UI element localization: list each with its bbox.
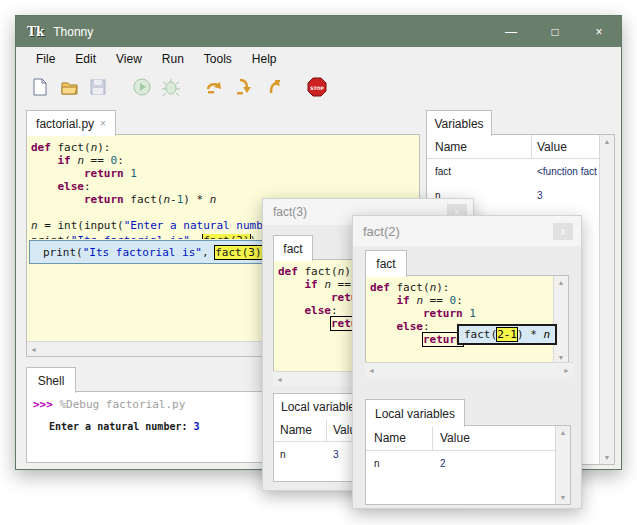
editor-tab[interactable]: factorial.py ×: [26, 110, 116, 136]
variables-tab-label: Variables: [434, 117, 483, 131]
menu-bar: File Edit View Run Tools Help: [16, 47, 621, 70]
run-script-icon[interactable]: [131, 76, 153, 98]
fact3-tab[interactable]: fact: [273, 235, 313, 261]
title-bar[interactable]: Tk Thonny — □ ×: [16, 16, 621, 47]
column-value[interactable]: Value: [531, 135, 609, 158]
tab-variables[interactable]: Variables: [426, 110, 492, 136]
menu-edit[interactable]: Edit: [65, 49, 106, 69]
var-value: 3: [531, 190, 605, 201]
fact2-locals-table: Name Value n 2 ▲ ▼: [365, 425, 571, 505]
menu-file[interactable]: File: [26, 49, 65, 69]
menu-view[interactable]: View: [106, 49, 152, 69]
scroll-up-icon[interactable]: ▲: [560, 429, 567, 436]
scroll-left-icon[interactable]: ◄: [30, 346, 37, 353]
scroll-up-icon[interactable]: ▲: [558, 279, 565, 286]
table-row[interactable]: n 2: [366, 451, 570, 475]
minimize-button[interactable]: —: [489, 16, 533, 47]
var-value: 2: [432, 458, 510, 469]
save-file-icon[interactable]: [87, 76, 109, 98]
menu-tools[interactable]: Tools: [194, 49, 242, 69]
shell-tab-label: Shell: [38, 374, 65, 388]
variables-header: Name Value: [427, 135, 614, 159]
var-name: fact: [427, 166, 531, 177]
scroll-left-icon[interactable]: ◄: [368, 367, 375, 374]
fact2-title: fact(2): [363, 224, 400, 239]
scroll-down-icon[interactable]: ▼: [558, 354, 565, 361]
open-file-icon[interactable]: [58, 76, 80, 98]
stop-icon[interactable]: STOP: [306, 76, 328, 98]
scroll-left-icon[interactable]: ◄: [276, 376, 283, 383]
shell-output: Enter a natural number:: [49, 421, 194, 432]
column-name[interactable]: Name: [366, 431, 432, 445]
shell-output-line: Enter a natural number: 3: [49, 421, 200, 432]
fact2-close-button[interactable]: x: [553, 223, 573, 240]
fact2-tab[interactable]: fact: [365, 250, 407, 277]
thonny-logo-icon: Tk: [27, 25, 44, 39]
new-file-icon[interactable]: [29, 76, 51, 98]
fact2-title-bar[interactable]: fact(2): [353, 216, 581, 246]
step-over-icon[interactable]: [204, 76, 226, 98]
locals-label: Local variables: [375, 407, 455, 421]
var-value: <function fact a: [531, 166, 605, 177]
column-name[interactable]: Name: [427, 140, 531, 154]
step-out-icon[interactable]: [262, 76, 284, 98]
shell-input-echo: 3: [194, 421, 200, 432]
table-row[interactable]: fact <function fact a: [427, 159, 614, 183]
window-title: Thonny: [53, 25, 93, 39]
var-name: n: [366, 458, 432, 469]
fact2-hscrollbar[interactable]: ◄ ►: [365, 362, 573, 377]
locals-label: Local variables: [281, 400, 361, 414]
close-button[interactable]: ×: [577, 16, 621, 47]
shell-command-line: >>> %Debug factorial.py: [33, 398, 185, 411]
maximize-button[interactable]: □: [533, 16, 577, 47]
scroll-down-icon[interactable]: ▼: [560, 494, 567, 501]
fact2-vscrollbar[interactable]: ▲ ▼: [553, 276, 568, 364]
scroll-right-icon[interactable]: ►: [563, 367, 570, 374]
shell-prompt: >>>: [33, 398, 60, 411]
toolbar: STOP: [16, 70, 621, 104]
locals-header: Name Value: [366, 426, 570, 451]
svg-text:STOP: STOP: [310, 86, 324, 91]
fact3-title: fact(3): [273, 205, 307, 219]
column-value[interactable]: Value: [432, 426, 510, 450]
variables-vscrollbar[interactable]: ▲ ▼: [599, 135, 614, 464]
column-name[interactable]: Name: [274, 423, 326, 437]
menu-run[interactable]: Run: [152, 49, 194, 69]
tab-shell[interactable]: Shell: [26, 367, 76, 393]
step-into-icon[interactable]: [233, 76, 255, 98]
fact2-locals-vscrollbar[interactable]: ▲ ▼: [555, 426, 570, 504]
fact2-locals-tab[interactable]: Local variables: [365, 399, 465, 427]
editor-tab-label: factorial.py: [36, 117, 94, 131]
fact2-eval-box: fact(2-1) * n: [457, 324, 557, 345]
var-name: n: [274, 449, 326, 460]
fact2-code-view[interactable]: def fact(n): if n == 0: return 1 else: r…: [365, 275, 569, 365]
menu-help[interactable]: Help: [242, 49, 287, 69]
fact3-tab-label: fact: [283, 242, 302, 256]
editor-tab-close-icon[interactable]: ×: [100, 118, 106, 129]
scroll-down-icon[interactable]: ▼: [604, 454, 611, 461]
window-controls: — □ ×: [489, 16, 621, 47]
debug-script-icon[interactable]: [160, 76, 182, 98]
shell-command: %Debug factorial.py: [60, 398, 186, 411]
fact2-tab-label: fact: [376, 257, 395, 271]
covered-line-fragment: print("Its factorial is", fact(3)): [31, 234, 256, 239]
screen: Tk Thonny — □ × File Edit View Run Tools…: [0, 0, 637, 525]
frame-window-fact2: fact(2) x fact def fact(n): if n == 0: r…: [352, 215, 582, 509]
scroll-up-icon[interactable]: ▲: [604, 138, 611, 145]
